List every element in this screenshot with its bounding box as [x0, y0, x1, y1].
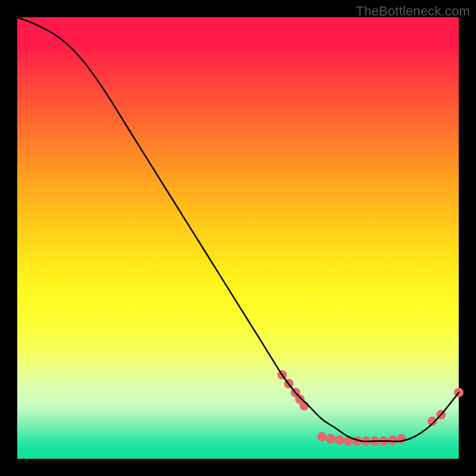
data-curve — [17, 17, 459, 441]
data-markers — [277, 370, 464, 446]
data-marker — [317, 432, 327, 441]
plot-area — [17, 17, 459, 459]
chart-frame: TheBottleneck.com — [0, 0, 476, 476]
data-marker — [388, 436, 397, 445]
chart-svg — [17, 17, 459, 459]
data-marker — [326, 434, 336, 444]
data-marker — [397, 434, 406, 444]
data-marker — [335, 436, 345, 445]
